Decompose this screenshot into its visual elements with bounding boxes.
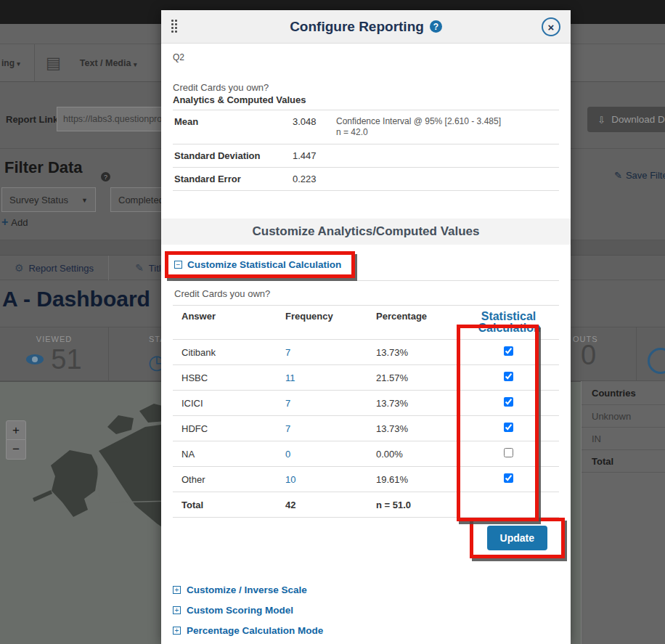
divider (173, 280, 559, 281)
stat-calc-checkbox[interactable] (504, 372, 513, 381)
table-row: NA 0 0.00% (173, 441, 559, 467)
status-value-label: Completed (118, 195, 164, 205)
pencil-icon: ✎ (614, 170, 622, 181)
expand-link-label: Customize / Inverse Scale (187, 584, 307, 595)
save-filter-label: Save Filter (626, 170, 665, 181)
map-zoom-in-button[interactable]: + (6, 420, 26, 440)
stat-value: 3.048 (293, 116, 336, 127)
col-header-answer: Answer (173, 311, 285, 322)
stat-calc-checkbox[interactable] (504, 346, 513, 356)
add-filter-button[interactable]: + Add (1, 216, 28, 229)
gear-icon: ⚙ (15, 262, 24, 274)
analytics-table: Mean 3.048 Confidence Interval @ 95% [2.… (173, 110, 559, 191)
percentage-cell: 13.73% (376, 423, 467, 434)
help-icon[interactable]: ? (430, 20, 442, 33)
text-media-icon: ▤ (46, 54, 61, 73)
question-text: Credit Cards you own? (174, 288, 559, 299)
plus-icon: + (1, 216, 8, 229)
stat-label: Mean (174, 116, 293, 127)
stat-calc-checkbox[interactable] (504, 423, 513, 432)
col-header-percentage: Percentage (376, 311, 467, 322)
total-frequency: 42 (285, 500, 376, 510)
toolbar-item-clipped[interactable]: ing ▾ (0, 44, 35, 82)
modal-body: Q2 Credit Cards you own? Analytics & Com… (161, 44, 571, 644)
question-code: Q2 (173, 52, 559, 62)
dropouts-value: 0 (581, 340, 596, 371)
question-text: Credit Cards you own? (173, 82, 559, 93)
annotation-box-update: Update (470, 518, 565, 558)
eye-icon (26, 354, 44, 364)
answer-cell: Citibank (173, 347, 285, 358)
drag-handle-icon[interactable] (171, 20, 179, 34)
download-data-label: Download Data (611, 114, 665, 125)
customize-stat-calc-link[interactable]: Customize Statistical Calculation (187, 259, 341, 270)
stat-calc-checkbox[interactable] (504, 473, 513, 483)
countries-total-row: Total (582, 450, 665, 473)
country-row: IN (582, 428, 665, 450)
chevron-down-icon: ▾ (17, 60, 20, 68)
frequency-link[interactable]: 10 (285, 474, 295, 485)
expand-link-label: Custom Scoring Model (187, 605, 293, 616)
help-icon[interactable]: ? (101, 172, 110, 182)
survey-status-dropdown[interactable]: Survey Status ▼ (1, 187, 96, 212)
percentage-cell: 19.61% (376, 474, 467, 485)
table-row: Other 10 19.61% (173, 467, 559, 492)
pencil-icon: ✎ (135, 262, 144, 274)
expand-link-scoring-model[interactable]: + Custom Scoring Model (173, 605, 559, 616)
expand-icon: + (173, 586, 181, 594)
total-label: Total (173, 500, 285, 510)
tab-label: Report Settings (28, 263, 94, 274)
col-header-stat-calc: Statistical Calculation (478, 311, 539, 334)
answer-cell: NA (173, 449, 285, 460)
close-icon[interactable]: × (542, 17, 560, 36)
save-filter-button[interactable]: ✎ Save Filter (614, 170, 665, 181)
dashboard-title: A - Dashboard (2, 287, 150, 311)
configure-reporting-modal: Configure Reporting ? × Q2 Credit Cards … (161, 10, 571, 644)
toolbar-item-label: ing (1, 58, 15, 68)
frequency-link[interactable]: 7 (285, 423, 290, 434)
frequency-link[interactable]: 7 (285, 347, 290, 358)
update-button[interactable]: Update (487, 526, 547, 550)
map-zoom-out-button[interactable]: − (6, 440, 26, 460)
frequency-link[interactable]: 11 (285, 372, 295, 383)
expand-icon: + (173, 606, 181, 614)
analytics-heading: Analytics & Computed Values (173, 94, 559, 105)
stat-note: Confidence Interval @ 95% [2.610 - 3.485… (336, 116, 501, 138)
expand-link-inverse-scale[interactable]: + Customize / Inverse Scale (173, 584, 559, 595)
expand-link-label: Percentage Calculation Mode (187, 625, 323, 636)
table-row: HDFC 7 13.73% (173, 416, 559, 441)
countries-header: Countries (582, 381, 665, 405)
frequency-link[interactable]: 7 (285, 398, 290, 409)
stat-label: Standard Deviation (174, 150, 293, 161)
collapse-icon[interactable]: − (174, 261, 182, 269)
customize-section-heading: Customize Analytics/Computed Values (161, 219, 571, 245)
expand-link-percentage-mode[interactable]: + Percentage Calculation Mode (173, 625, 559, 636)
stat-value: 0.223 (293, 174, 336, 184)
stat-calc-checkbox[interactable] (504, 397, 513, 407)
answer-cell: HSBC (173, 372, 285, 383)
analytics-row-mean: Mean 3.048 Confidence Interval @ 95% [2.… (173, 110, 559, 144)
answers-table: Answer Frequency Percentage Statistical … (173, 305, 559, 518)
frequency-link[interactable]: 0 (285, 449, 290, 460)
table-total-row: Total 42 n = 51.0 (173, 492, 559, 518)
tab-report-settings[interactable]: ⚙ Report Settings (0, 256, 109, 280)
chevron-down-icon: ▾ (134, 61, 137, 68)
answer-cell: HDFC (173, 423, 285, 434)
stat-calc-checkbox[interactable] (504, 448, 513, 457)
percentage-cell: 21.57% (376, 372, 467, 383)
expand-icon: + (173, 627, 181, 635)
percentage-cell: 13.73% (376, 347, 467, 358)
percentage-cell: 13.73% (376, 398, 467, 409)
report-link-label: Report Link (6, 114, 58, 125)
report-link-input[interactable] (57, 107, 171, 131)
analytics-row-stddev: Standard Deviation 1.447 (173, 144, 559, 168)
download-icon: ⇩ (597, 114, 605, 126)
table-row: HSBC 11 21.57% (173, 365, 559, 391)
percentage-cell: 0.00% (376, 449, 467, 460)
table-row: Citibank 7 13.73% (173, 340, 559, 365)
chevron-down-icon: ▼ (81, 197, 88, 204)
map-zoom-controls: + − (6, 420, 26, 460)
modal-header: Configure Reporting ? × (161, 10, 571, 44)
download-data-button[interactable]: ⇩ Download Data (587, 107, 665, 132)
stat-label: Standard Error (174, 174, 293, 184)
